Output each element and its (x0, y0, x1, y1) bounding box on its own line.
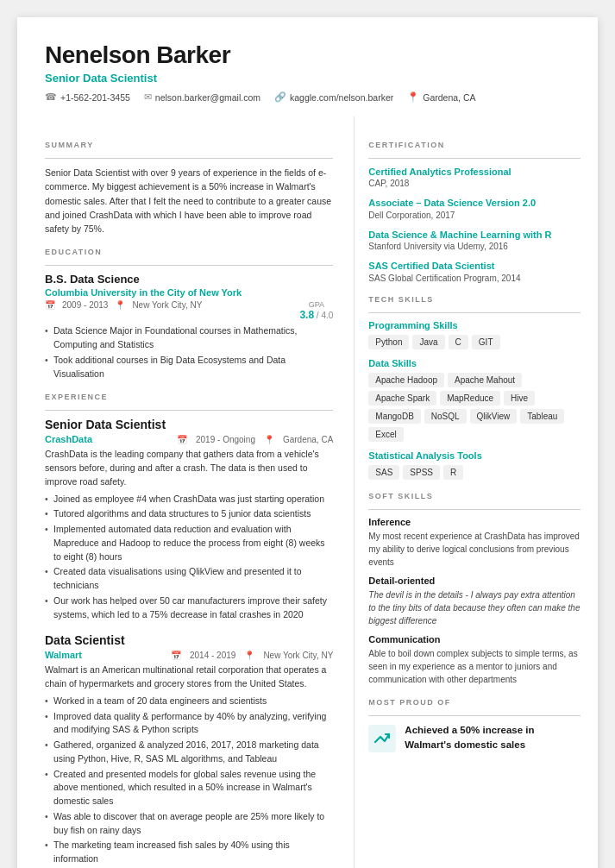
email-icon: ✉ (144, 91, 152, 103)
cert-title: Associate – Data Science Version 2.0 (368, 197, 580, 210)
skill-tag: Tableau (520, 409, 564, 424)
skill-tag: Java (412, 335, 444, 349)
job-role: Data Scientist (45, 633, 333, 647)
job-role: Senior Data Scientist (45, 418, 333, 431)
edu-bullets: Data Science Major in Foundational cours… (45, 324, 333, 381)
cert-item: Associate – Data Science Version 2.0 Del… (368, 197, 580, 219)
gpa-value-row: 3.8 / 4.0 (299, 309, 333, 321)
job-bullet: Created and presented models for global … (45, 768, 333, 808)
job-bullet: Tutored algorithms and data structures t… (45, 507, 333, 521)
skill-tag: Apache Spark (368, 391, 436, 406)
calendar-icon: 📅 (177, 435, 187, 444)
experience-jobs: Senior Data Scientist CrashData 📅 2019 -… (45, 418, 333, 868)
proud-block: Achieved a 50% increase in Walmart's dom… (368, 723, 580, 753)
summary-text: Senior Data Scientist with over 9 years … (45, 166, 333, 236)
location-value: Gardena, CA (423, 92, 475, 103)
location-icon: 📍 (407, 91, 419, 103)
phone-contact: ☎ +1-562-201-3455 (45, 91, 130, 103)
soft-skill-text: Able to boil down complex subjects to si… (368, 647, 580, 686)
job-bullet: Improved data quality & performance by 4… (45, 710, 333, 738)
job-bullet: Created data visualisations using QlikVi… (45, 565, 333, 593)
header: Nenelson Barker Senior Data Scientist ☎ … (17, 17, 598, 116)
cert-title: Data Science & Machine Learning with R (368, 229, 580, 242)
skill-tag: R (443, 465, 463, 480)
phone-value: +1-562-201-3455 (60, 92, 130, 103)
most-proud-section: MOST PROUD OF Achieved a 50% increase in… (368, 698, 580, 753)
job-bullet: Was able to discover that on average peo… (45, 810, 333, 838)
job-bullet: Gathered, organized & analyzed 2016, 201… (45, 739, 333, 766)
location-icon: 📍 (244, 651, 254, 660)
education-divider (45, 265, 333, 266)
certification-divider (368, 158, 580, 159)
skill-tag: Apache Mahout (448, 373, 522, 387)
soft-skill-item: Detail-orientedThe devil is in the detai… (368, 576, 580, 627)
soft-skills-section: SOFT SKILLS InferenceMy most recent expe… (368, 492, 580, 686)
location-contact: 📍 Gardena, CA (407, 91, 475, 103)
soft-skill-item: CommunicationAble to boil down complex s… (368, 634, 580, 686)
soft-skills-title: SOFT SKILLS (368, 492, 580, 500)
kaggle-contact: 🔗 kaggle.com/nelson.barker (274, 91, 393, 103)
job-bullets: Worked in a team of 20 data engineers an… (45, 695, 333, 866)
skill-subsection: Programming SkillsPythonJavaCGIT (368, 320, 580, 349)
experience-divider (45, 410, 333, 411)
job-description: Walmart is an American multinational ret… (45, 664, 333, 691)
soft-skill-text: My most recent experience at CrashData h… (368, 530, 580, 569)
summary-title: SUMMARY (45, 141, 333, 149)
cert-item: Certified Analytics Professional CAP, 20… (368, 166, 580, 188)
skill-label: Data Skills (368, 358, 580, 368)
edu-school: Columbia University in the City of New Y… (45, 287, 333, 298)
summary-divider (45, 158, 333, 159)
certification-section: CERTIFICATION Certified Analytics Profes… (368, 141, 580, 283)
job-dates: 2014 - 2019 (190, 651, 235, 660)
job-bullet: The marketing team increased fish sales … (45, 839, 333, 866)
skill-tag: MangoDB (368, 409, 420, 424)
cert-item: Data Science & Machine Learning with R S… (368, 229, 580, 251)
skill-tag: NoSQL (424, 409, 467, 424)
email-contact: ✉ nelson.barker@gmail.com (144, 91, 260, 103)
tech-skills-title: TECH SKILLS (368, 295, 580, 304)
cert-title: Certified Analytics Professional (368, 166, 580, 179)
location-icon: 📍 (264, 435, 274, 444)
skill-tags: Apache HadoopApache MahoutApache SparkMa… (368, 373, 580, 442)
skill-tags: SASSPSSR (368, 465, 580, 480)
gpa-max-value: 4.0 (321, 311, 333, 320)
job-bullet: Joined as employee #4 when CrashData was… (45, 493, 333, 506)
most-proud-title: MOST PROUD OF (368, 698, 580, 707)
edu-bullet: Data Science Major in Foundational cours… (45, 324, 333, 352)
resume-page: Nenelson Barker Senior Data Scientist ☎ … (17, 17, 598, 868)
job-bullet: Worked in a team of 20 data engineers an… (45, 695, 333, 708)
certification-title: CERTIFICATION (368, 141, 580, 149)
soft-skill-text: The devil is in the details - I always p… (368, 588, 580, 627)
edu-location: New York City, NY (132, 300, 202, 310)
edu-meta: 📅 2009 - 2013 📍 New York City, NY GPA 3.… (45, 300, 333, 321)
job-bullets: Joined as employee #4 when CrashData was… (45, 493, 333, 622)
job-company: CrashData (45, 434, 92, 444)
skill-subsection: Data SkillsApache HadoopApache MahoutApa… (368, 358, 580, 442)
job-dates-loc: 📅 2019 - Ongoing 📍 Gardena, CA (177, 435, 333, 444)
gpa-value: 3.8 (299, 309, 314, 321)
calendar-icon: 📅 (45, 300, 55, 310)
contact-row: ☎ +1-562-201-3455 ✉ nelson.barker@gmail.… (45, 91, 570, 103)
kaggle-value: kaggle.com/nelson.barker (290, 92, 393, 103)
skill-label: Statistical Analysis Tools (368, 450, 580, 461)
job-bullet: Our work has helped over 50 car manufact… (45, 594, 333, 622)
skill-tag: GIT (472, 335, 500, 349)
cert-subtitle: SAS Global Certification Program, 2014 (368, 274, 580, 283)
soft-skill-title: Communication (368, 634, 580, 645)
education-title: EDUCATION (45, 248, 333, 256)
certification-items: Certified Analytics Professional CAP, 20… (368, 166, 580, 283)
gpa-label: GPA (299, 300, 333, 309)
edu-dates: 📅 2009 - 2013 📍 New York City, NY (45, 300, 202, 310)
soft-skills-content: InferenceMy most recent experience at Cr… (368, 517, 580, 686)
candidate-title: Senior Data Scientist (45, 72, 570, 85)
skill-tag: SPSS (403, 465, 440, 480)
skill-tags: PythonJavaCGIT (368, 335, 580, 349)
job-bullet: Implemented automated data reduction and… (45, 523, 333, 563)
skill-tag: Apache Hadoop (368, 373, 444, 387)
cert-item: SAS Certified Data Scientist SAS Global … (368, 260, 580, 282)
cert-subtitle: Stanford University via Udemy, 2016 (368, 242, 580, 251)
resume-body: SUMMARY Senior Data Scientist with over … (17, 116, 598, 868)
proud-icon (368, 725, 396, 752)
candidate-name: Nenelson Barker (45, 41, 570, 69)
job-meta: Walmart 📅 2014 - 2019 📍 New York City, N… (45, 650, 333, 660)
